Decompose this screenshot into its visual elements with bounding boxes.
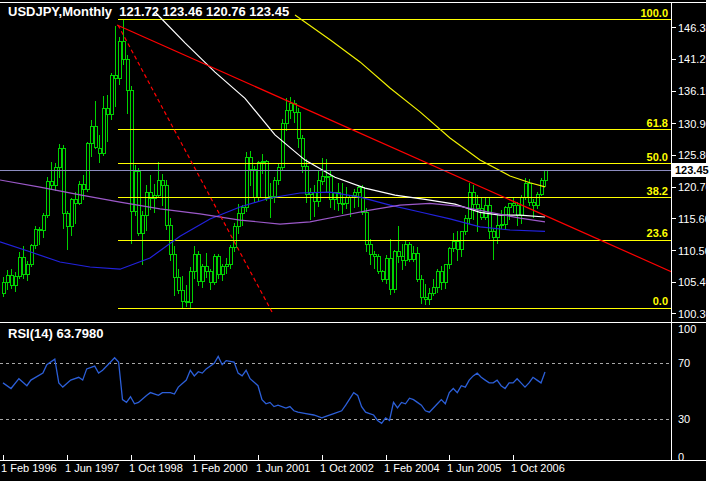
candle-body [137,171,140,234]
price-axis-label: 120.70 [678,181,709,193]
candle-body [201,266,204,282]
candle-body [253,169,256,198]
candle-body [381,272,384,280]
time-axis-label: 1 Oct 2002 [320,462,374,474]
candle-body [373,254,376,256]
fib-label: 38.2 [647,185,668,197]
candle-body [468,193,471,219]
candle-body [225,264,228,267]
candle-body [102,109,105,154]
rsi-axis-label: 70 [678,357,690,369]
price-axis-label: 125.80 [678,149,709,161]
candle-body [181,290,184,301]
candle-body [420,280,423,298]
candle-body [34,229,37,245]
candle-body [118,41,121,78]
candle-body [333,193,336,200]
time-axis-label: 1 Jun 2005 [447,462,501,474]
rsi-axis-label: 30 [678,413,690,425]
candle-body [353,192,356,195]
candle-body [126,60,129,91]
candle-body [404,245,407,261]
candle-body [18,257,21,276]
fib-label: 0.0 [653,295,668,307]
candle-body [2,283,5,294]
candle-body [408,245,411,260]
candle-body [416,253,419,280]
candle-body [46,182,49,216]
rsi-axis-label: 0 [678,451,684,463]
candle-body [205,266,208,271]
candle-body [393,251,396,290]
time-axis-label: 1 Jun 2001 [256,462,310,474]
candle-body [86,144,89,189]
rsi-indicator-label: RSI(14) 63.7980 [8,326,103,341]
chart-canvas[interactable]: 100.061.850.038.223.60.0146.35141.25136.… [0,0,709,481]
candle-body [78,184,81,203]
candle-body [377,256,380,272]
time-axis-label: 1 Feb 1996 [1,462,57,474]
candle-body [209,271,212,282]
candle-body [528,183,531,202]
candle-body [273,180,276,196]
price-axis-label: 146.35 [678,22,709,34]
candle-body [261,162,264,163]
candle-body [10,275,13,285]
candle-body [229,247,232,264]
candle-body [412,253,415,260]
candle-body [492,231,495,237]
candle-body [464,218,467,232]
candle-body [165,185,168,225]
candle-body [448,248,451,265]
candle-body [217,257,220,274]
candle-body [305,167,308,195]
candle-body [329,177,332,200]
candle-body [432,287,435,293]
candle-body [54,168,57,186]
candle-body [512,204,515,206]
candle-body [26,264,29,274]
candle-body [536,195,539,206]
price-axis-label: 136.15 [678,85,709,97]
candle-body [357,188,360,192]
candle-body [6,275,9,283]
candle-body [185,302,188,303]
candle-body [428,293,431,299]
candle-body [325,176,328,177]
candle-body [130,91,133,212]
candle-body [82,184,85,189]
price-axis-label: 100.30 [678,308,709,320]
candle-body [532,202,535,205]
candle-body [50,182,53,186]
candle-body [14,276,17,285]
price-axis-label: 110.50 [678,245,709,257]
candle-body [385,259,388,280]
price-axis-label: 105.40 [678,276,709,288]
candle-body [257,162,260,197]
candle-body [472,193,475,205]
candle-body [424,298,427,299]
candle-body [177,278,180,290]
time-axis-label: 1 Feb 2000 [192,462,248,474]
candle-body [456,241,459,249]
candle-body [70,200,73,227]
candle-body [197,254,200,281]
candle-body [74,200,77,204]
time-axis-label: 1 Feb 2004 [384,462,440,474]
candle-body [397,251,400,257]
candle-body [189,271,192,302]
candle-body [106,109,109,115]
candle-body [540,181,543,195]
candle-body [98,148,101,154]
candle-body [317,181,320,202]
candle-body [94,127,97,148]
price-axis-label: 130.90 [678,118,709,130]
candle-body [38,229,41,230]
candle-body [452,241,455,248]
candle-body [321,176,324,181]
candle-body [66,214,69,226]
candle-body [221,267,224,275]
candle-body [277,167,280,180]
candle-body [301,139,304,167]
price-axis-label: 141.25 [678,53,709,65]
